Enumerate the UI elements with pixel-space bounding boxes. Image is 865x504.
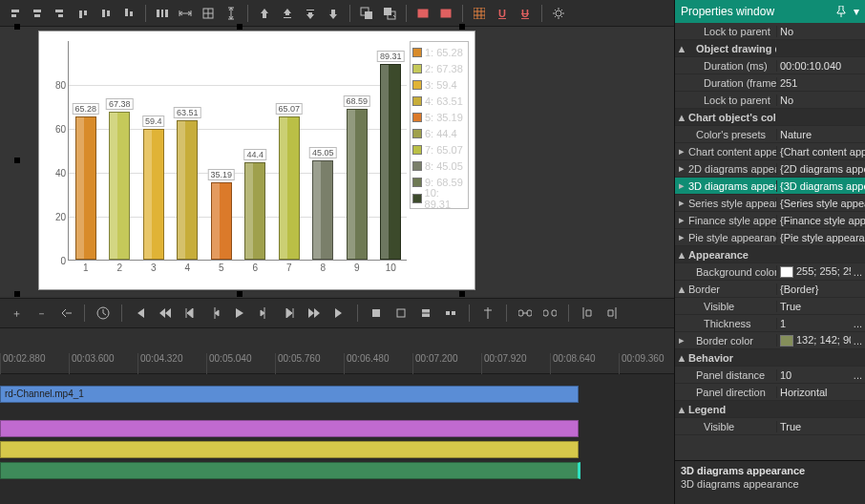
property-value[interactable]: {Chart content appearance} [776, 146, 865, 158]
ellipsis-button[interactable]: ... [851, 266, 865, 278]
property-value[interactable]: No [776, 94, 865, 106]
gear-icon[interactable] [548, 3, 569, 24]
track-clip-4[interactable] [0, 462, 580, 479]
property-row[interactable]: ▸Series style appearance{Series style ap… [675, 195, 865, 212]
stop2-icon[interactable] [390, 303, 411, 324]
properties-grid[interactable]: Lock to parentNo▲Object drawing duration… [675, 23, 865, 460]
property-row[interactable]: Duration (ms)00:00:10.040 [675, 57, 865, 74]
chart-object[interactable]: 02040608065.28167.38259.4363.51435.19544… [38, 31, 475, 290]
fit-height-icon[interactable] [221, 3, 242, 24]
arrow-down-icon[interactable] [323, 3, 344, 24]
track-clip-3[interactable] [0, 441, 579, 458]
pin-icon[interactable] [836, 6, 848, 17]
arrow-up-icon[interactable] [254, 3, 275, 24]
property-value[interactable]: {Pie style appearance} [776, 232, 865, 243]
property-value[interactable]: Horizontal [776, 387, 865, 398]
expand-icon[interactable]: ▸ [675, 145, 688, 158]
bar-7[interactable] [279, 116, 300, 260]
group-icon[interactable] [356, 3, 377, 24]
properties-title-bar[interactable]: Properties window ▾ [675, 0, 865, 23]
property-row[interactable]: Color's presetsNature [675, 126, 865, 143]
rec-rect2-icon[interactable] [435, 3, 456, 24]
property-row[interactable]: Lock to parentNo [675, 92, 865, 109]
stop4-icon[interactable] [440, 303, 461, 324]
rewind-icon[interactable] [155, 303, 176, 324]
track-clip-2[interactable] [0, 420, 579, 437]
property-value[interactable]: 00:00:10.040 [776, 60, 865, 72]
bar-1[interactable] [75, 116, 96, 260]
ellipsis-button[interactable]: ... [851, 369, 865, 381]
property-value[interactable]: 10 [776, 369, 851, 381]
property-row[interactable]: ▸Finance style appearance{Finance style … [675, 212, 865, 229]
property-value[interactable]: {2D diagrams appearance} [776, 163, 865, 175]
expand-icon[interactable]: ▸ [675, 231, 688, 243]
distribute-h-icon[interactable] [152, 3, 173, 24]
ffwd-icon[interactable] [304, 303, 325, 324]
bar-3[interactable] [143, 129, 164, 260]
zoom-reset-icon[interactable] [55, 303, 76, 324]
bar-2[interactable] [109, 112, 130, 260]
timeline-tracks[interactable]: rd-Channel.mp4_1 [0, 374, 674, 504]
expand-icon[interactable]: ▲ [675, 404, 688, 415]
property-group[interactable]: ▲Behavior [675, 349, 865, 367]
rec-rect-icon[interactable] [412, 3, 433, 24]
property-group[interactable]: ▲Appearance [675, 246, 865, 263]
bar-5[interactable] [211, 182, 232, 260]
property-value[interactable]: {3D diagrams appearance} [776, 180, 865, 192]
play-icon[interactable] [229, 303, 250, 324]
expand-icon[interactable]: ▲ [675, 249, 688, 261]
link-icon[interactable] [515, 303, 536, 324]
property-row[interactable]: Panel directionHorizontal [675, 384, 865, 401]
zoom-in-icon[interactable]: ＋ [6, 303, 27, 324]
expand-icon[interactable]: ▲ [675, 112, 688, 123]
property-row[interactable]: ▸Chart content appearance{Chart content … [675, 143, 865, 160]
property-row[interactable]: Duration (frames)251 [675, 74, 865, 92]
grid-icon[interactable] [469, 3, 490, 24]
snap-left-icon[interactable] [577, 303, 598, 324]
property-value[interactable]: {Border} [776, 284, 865, 295]
step-fwd-icon[interactable] [279, 303, 300, 324]
property-value[interactable]: {Finance style appearance} [776, 215, 865, 226]
ungroup-icon[interactable] [379, 3, 400, 24]
expand-icon[interactable]: ▲ [675, 43, 688, 54]
expand-icon[interactable]: ▸ [675, 214, 688, 226]
property-row[interactable]: VisibleTrue [675, 418, 865, 435]
time-ruler[interactable]: 00:02.88000:03.60000:04.32000:05.04000:0… [0, 328, 674, 374]
clock-icon[interactable] [93, 303, 114, 324]
property-row[interactable]: ▲Border{Border} [675, 281, 865, 298]
ellipsis-button[interactable]: ... [851, 335, 865, 346]
cursor-fwd-icon[interactable] [254, 303, 275, 324]
skip-end-icon[interactable] [328, 303, 349, 324]
bar-9[interactable] [347, 109, 368, 260]
property-value[interactable]: 132; 142; 90 [776, 334, 851, 346]
bring-front-icon[interactable] [300, 3, 321, 24]
video-clip[interactable]: rd-Channel.mp4_1 [0, 386, 579, 403]
property-value[interactable]: 1 [776, 318, 851, 329]
snap-right-icon[interactable] [601, 303, 622, 324]
property-row[interactable]: ▸2D diagrams appearance{2D diagrams appe… [675, 160, 865, 178]
stop3-icon[interactable] [415, 303, 436, 324]
bar-6[interactable] [244, 162, 265, 260]
chart-selection[interactable]: 02040608065.28167.38259.4363.51435.19544… [17, 27, 462, 294]
property-group[interactable]: ▲Object drawing duration [675, 40, 865, 57]
property-row[interactable]: ▸Border color132; 142; 90... [675, 332, 865, 349]
align-top-icon[interactable] [73, 3, 94, 24]
property-group[interactable]: ▲Legend [675, 401, 865, 418]
align-left-icon[interactable] [4, 3, 25, 24]
fit-both-icon[interactable] [198, 3, 219, 24]
fit-width-icon[interactable] [175, 3, 196, 24]
property-value[interactable]: No [776, 26, 865, 37]
expand-icon[interactable]: ▲ [675, 284, 688, 295]
ellipsis-button[interactable]: ... [851, 318, 865, 329]
marker-icon[interactable] [477, 303, 498, 324]
expand-icon[interactable]: ▸ [675, 162, 688, 175]
underline-strike-icon[interactable]: U [515, 3, 536, 24]
align-bottom-icon[interactable] [118, 3, 139, 24]
bar-10[interactable] [380, 64, 401, 260]
property-row[interactable]: Background color255; 255; 255... [675, 263, 865, 281]
underline-red-icon[interactable]: U [492, 3, 513, 24]
skip-start-icon[interactable] [130, 303, 151, 324]
property-value[interactable]: 255; 255; 255 [776, 265, 851, 278]
property-value[interactable]: True [776, 421, 865, 432]
expand-icon[interactable]: ▲ [675, 352, 688, 364]
